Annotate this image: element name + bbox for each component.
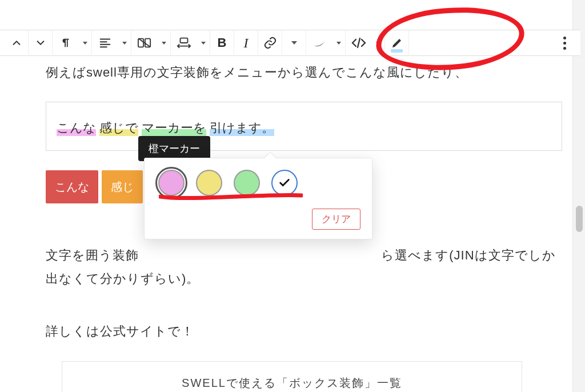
paragraph-2a: 文字を囲う装飾 <box>46 248 139 262</box>
paragraph-dropdown[interactable] <box>53 30 92 56</box>
move-down-button[interactable] <box>29 30 53 56</box>
highlighter-button[interactable] <box>385 30 409 56</box>
move-up-button[interactable] <box>5 30 29 56</box>
badge-orange: 感じ <box>102 170 143 203</box>
columns-dropdown[interactable] <box>131 30 171 56</box>
marker-text-green: マーカーを <box>142 121 206 136</box>
chevron-down-icon <box>35 38 46 48</box>
block-toolbar: B I <box>0 30 580 56</box>
marker-text-blue: 引けます。 <box>210 121 274 136</box>
marker-popover: クリア <box>144 158 372 239</box>
marker-text-yellow: 感じで <box>99 121 138 136</box>
marker-example-block[interactable]: こんな 感じで マーカーを 引けます。 <box>46 102 562 151</box>
align-left-icon <box>99 37 111 49</box>
paragraph-3: 詳しくは公式サイトで！ <box>46 319 562 343</box>
swoosh-icon <box>312 37 327 49</box>
more-options-button[interactable] <box>552 37 577 50</box>
swell-style-dropdown[interactable] <box>306 30 346 56</box>
bottom-card[interactable]: SWELLで使える「ボックス装飾」一覧 <box>62 361 522 392</box>
swatch-green[interactable] <box>234 170 260 196</box>
code-dropdown[interactable] <box>346 30 385 56</box>
scrollbar-thumb[interactable] <box>576 206 583 232</box>
paragraph-2: 文字を囲う装飾 ら選べます(JINは文字でしか出なくて分かりずらい)。 <box>46 243 562 291</box>
code-icon <box>351 37 366 49</box>
italic-button[interactable]: I <box>234 30 258 56</box>
chevron-up-icon <box>11 38 22 48</box>
link-button[interactable] <box>258 30 282 56</box>
clear-button[interactable]: クリア <box>312 209 360 230</box>
badge-red: こんな <box>46 170 98 203</box>
bottom-card-title: SWELLで使える「ボックス装飾」一覧 <box>182 377 402 389</box>
swatch-yellow[interactable] <box>196 170 222 196</box>
highlighter-icon <box>390 36 404 50</box>
svg-rect-3 <box>181 38 188 43</box>
width-icon <box>177 37 191 49</box>
bold-icon: B <box>218 35 227 50</box>
swatch-custom[interactable] <box>271 170 298 196</box>
italic-icon: I <box>244 35 249 51</box>
bold-button[interactable]: B <box>210 30 234 56</box>
text-more-dropdown[interactable] <box>282 30 306 56</box>
link-icon <box>263 36 277 50</box>
swatch-pink[interactable] <box>158 170 185 196</box>
scrollbar-track[interactable] <box>572 0 585 392</box>
check-icon <box>278 177 291 189</box>
align-dropdown[interactable] <box>92 30 131 56</box>
marker-text-pink: こんな <box>57 121 96 136</box>
pilcrow-icon <box>59 37 72 49</box>
intro-paragraph: 例えばswell専用の文字装飾をメニューから選んでこんな風にしたり、 <box>46 61 562 85</box>
width-dropdown[interactable] <box>171 30 210 56</box>
columns-icon <box>138 37 151 49</box>
